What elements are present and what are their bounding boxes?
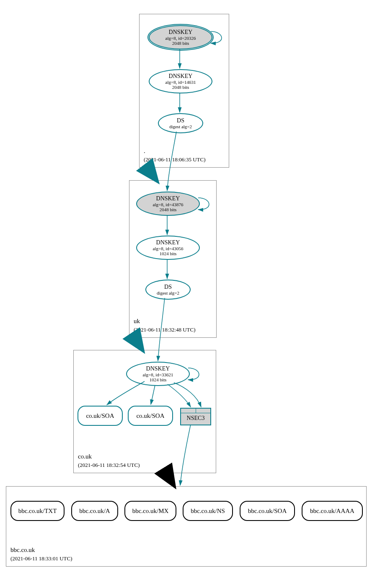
node-bbc-mx-label: bbc.co.uk/MX — [132, 508, 169, 515]
zone-bbc-label: bbc.co.uk — [10, 547, 35, 554]
node-root-ksk-line2: alg=8, id=20326 — [165, 36, 196, 41]
node-root-ds: DS digest alg=2 — [158, 113, 203, 133]
node-couk-key-line2: alg=8, id=33621 — [143, 372, 173, 377]
node-uk-ksk-line3: 2048 bits — [160, 207, 177, 212]
zone-root-label: . — [144, 148, 145, 155]
node-uk-ksk: DNSKEY alg=8, id=43876 2048 bits — [136, 192, 200, 216]
node-uk-ds-title: DS — [164, 284, 172, 290]
node-root-zsk-line2: alg=8, id=14631 — [165, 80, 196, 85]
node-root-zsk-line3: 2048 bits — [172, 85, 189, 90]
zone-couk-timestamp: (2021-06-11 18:32:54 UTC) — [78, 462, 140, 469]
node-bbc-soa: bbc.co.uk/SOA — [240, 501, 295, 521]
node-bbc-txt-label: bbc.co.uk/TXT — [18, 508, 57, 515]
node-couk-soa2-label: co.uk/SOA — [136, 412, 164, 420]
node-couk-key-line3: 1024 bits — [150, 377, 167, 382]
node-root-ksk: DNSKEY alg=8, id=20326 2048 bits — [149, 25, 212, 49]
node-root-ksk-title: DNSKEY — [169, 29, 193, 35]
node-couk-soa1: co.uk/SOA — [78, 406, 123, 426]
node-uk-ksk-line2: alg=8, id=43876 — [153, 202, 184, 207]
node-root-ksk-line3: 2048 bits — [172, 41, 189, 46]
zone-root-timestamp: (2021-06-11 18:06:35 UTC) — [144, 156, 206, 163]
node-couk-soa2: co.uk/SOA — [128, 406, 173, 426]
zone-bbc: bbc.co.uk (2021-06-11 18:33:01 UTC) — [6, 486, 367, 567]
node-uk-ds-line2: digest alg=2 — [157, 290, 179, 295]
node-uk-ds: DS digest alg=2 — [145, 280, 191, 300]
zone-uk-timestamp: (2021-06-11 18:32:48 UTC) — [134, 326, 196, 333]
node-uk-zsk-title: DNSKEY — [156, 239, 180, 246]
node-bbc-txt: bbc.co.uk/TXT — [10, 501, 65, 521]
node-root-ds-title: DS — [177, 117, 184, 124]
node-bbc-mx: bbc.co.uk/MX — [124, 501, 176, 521]
node-bbc-a: bbc.co.uk/A — [71, 501, 118, 521]
node-bbc-aaaa-label: bbc.co.uk/AAAA — [310, 508, 354, 515]
zone-couk-label: co.uk — [78, 453, 92, 460]
node-uk-zsk: DNSKEY alg=8, id=43056 1024 bits — [136, 236, 200, 260]
node-root-ds-line2: digest alg=2 — [169, 124, 192, 129]
zone-uk-label: uk — [134, 318, 140, 325]
node-uk-ksk-title: DNSKEY — [156, 195, 180, 202]
zone-bbc-timestamp: (2021-06-11 18:33:01 UTC) — [10, 555, 72, 562]
node-root-zsk-title: DNSKEY — [169, 73, 193, 79]
node-nsec3: NSEC3 — [180, 408, 211, 425]
node-nsec3-label: NSEC3 — [187, 415, 205, 422]
node-bbc-ns-label: bbc.co.uk/NS — [191, 508, 225, 515]
node-uk-zsk-line2: alg=8, id=43056 — [153, 246, 184, 251]
node-bbc-aaaa: bbc.co.uk/AAAA — [302, 501, 363, 521]
node-uk-zsk-line3: 1024 bits — [160, 251, 177, 256]
node-bbc-soa-label: bbc.co.uk/SOA — [248, 508, 287, 515]
node-couk-soa1-label: co.uk/SOA — [86, 412, 114, 420]
node-bbc-ns: bbc.co.uk/NS — [183, 501, 233, 521]
node-couk-key-title: DNSKEY — [146, 365, 170, 372]
node-bbc-a-label: bbc.co.uk/A — [79, 508, 110, 515]
node-couk-key: DNSKEY alg=8, id=33621 1024 bits — [126, 362, 190, 386]
node-root-zsk: DNSKEY alg=8, id=14631 2048 bits — [149, 69, 212, 93]
